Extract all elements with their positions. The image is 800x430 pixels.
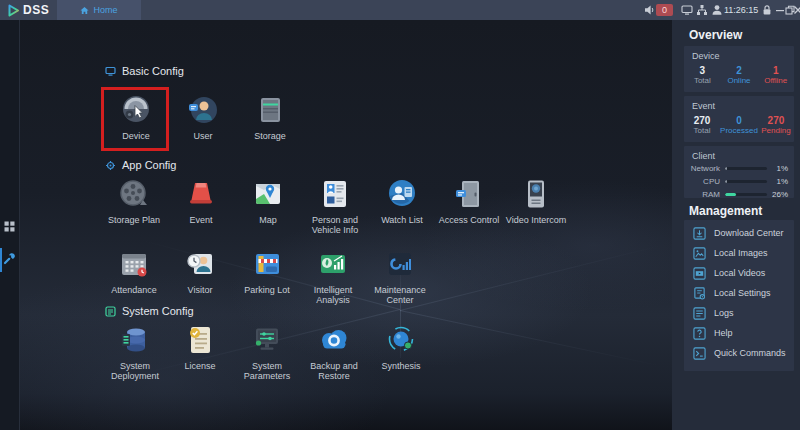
database-icon xyxy=(117,322,153,358)
management-title: Management xyxy=(689,204,762,218)
mgmt-item-download-center[interactable]: Download Center xyxy=(684,223,794,243)
app-tile-label: License xyxy=(167,361,233,371)
alarm-speaker-icon[interactable] xyxy=(644,4,656,16)
synthesis-orbit-icon xyxy=(383,322,419,358)
network-meter-bar xyxy=(725,167,767,170)
meter-ram: RAM 26% xyxy=(684,189,788,200)
right-panel: Overview Device 3 Total 2 Online 1 Offli… xyxy=(672,20,800,430)
backdrop-ray xyxy=(400,245,662,311)
apps-grid-icon[interactable] xyxy=(3,220,16,233)
cpu-meter-bar xyxy=(725,180,767,183)
mgmt-item-local-settings[interactable]: Local Settings xyxy=(684,283,794,303)
app-tile-license[interactable]: License xyxy=(167,322,233,371)
user-session-icon[interactable] xyxy=(711,4,723,16)
app-tile-watch-list[interactable]: Watch List xyxy=(369,176,435,225)
app-tile-video-intercom[interactable]: Video Intercom xyxy=(503,176,569,225)
app-tile-label: Event xyxy=(168,215,234,225)
client-monitor-icon[interactable] xyxy=(681,4,693,16)
mgmt-item-label: Local Images xyxy=(714,248,768,258)
dss-home-screen: DSS Home 0 11:26:15 xyxy=(0,0,800,430)
app-config-icon xyxy=(105,160,116,171)
mgmt-item-local-images[interactable]: Local Images xyxy=(684,243,794,263)
storage-server-icon xyxy=(252,92,288,128)
app-tile-intelligent-analysis[interactable]: Intelligent Analysis xyxy=(300,246,366,305)
stat-device-offline: 1 Offline xyxy=(757,65,794,86)
left-rail xyxy=(0,20,20,430)
section-header-app-config: App Config xyxy=(105,159,176,171)
maintenance-dashboard-icon xyxy=(382,246,418,282)
section-title: Basic Config xyxy=(122,65,184,77)
system-config-icon xyxy=(105,306,116,317)
app-tile-label: Intelligent Analysis xyxy=(300,285,366,305)
log-doc-icon xyxy=(693,307,706,320)
ram-meter-bar xyxy=(725,193,767,196)
access-door-icon xyxy=(451,176,487,212)
video-icon xyxy=(693,267,706,280)
overview-event-card: Event 270 Total 0 Processed 270 Pending xyxy=(684,96,794,142)
map-icon xyxy=(250,176,286,212)
tab-home-label: Home xyxy=(93,5,117,15)
mgmt-item-label: Quick Commands xyxy=(714,348,786,358)
mgmt-item-label: Local Settings xyxy=(714,288,771,298)
download-icon xyxy=(693,227,706,240)
app-tile-backup-restore[interactable]: Backup and Restore xyxy=(301,322,367,381)
section-title: App Config xyxy=(122,159,176,171)
overview-client-card: Client Network 1% CPU 1% RAM 26% xyxy=(684,146,794,198)
app-tile-label: Visitor xyxy=(167,285,233,295)
app-tile-label: Storage Plan xyxy=(101,215,167,225)
mgmt-item-help[interactable]: Help xyxy=(684,323,794,343)
person-vehicle-card-icon xyxy=(317,176,353,212)
management-card: Download Center Local Images Local Video… xyxy=(684,220,794,371)
section-title: System Config xyxy=(122,305,194,317)
meter-cpu: CPU 1% xyxy=(684,176,788,187)
app-tile-person-vehicle-info[interactable]: Person and Vehicle Info xyxy=(302,176,368,235)
watch-list-icon xyxy=(384,176,420,212)
analysis-chart-icon xyxy=(315,246,351,282)
app-tile-maintenance-center[interactable]: Maintenance Center xyxy=(367,246,433,305)
app-logo-text: DSS xyxy=(23,3,49,17)
parameters-monitor-icon xyxy=(249,322,285,358)
meter-network: Network 1% xyxy=(684,163,788,174)
app-tile-label: Maintenance Center xyxy=(367,285,433,305)
app-tile-label: Parking Lot xyxy=(234,285,300,295)
app-tile-map[interactable]: Map xyxy=(235,176,301,225)
app-tile-label: Backup and Restore xyxy=(301,361,367,381)
app-tile-storage-plan[interactable]: Storage Plan xyxy=(101,176,167,225)
card-title: Device xyxy=(684,46,794,61)
cloud-backup-icon xyxy=(316,322,352,358)
app-tile-label: System Parameters xyxy=(234,361,300,381)
backdrop-ray xyxy=(400,310,664,367)
film-reel-icon xyxy=(116,176,152,212)
app-tile-label: Attendance xyxy=(101,285,167,295)
alarm-siren-icon xyxy=(183,176,219,212)
app-tile-attendance[interactable]: Attendance xyxy=(101,246,167,295)
close-button[interactable] xyxy=(792,4,800,16)
stat-event-total: 270 Total xyxy=(684,115,720,136)
mgmt-item-local-videos[interactable]: Local Videos xyxy=(684,263,794,283)
stat-device-total: 3 Total xyxy=(684,65,721,86)
network-topology-icon[interactable] xyxy=(696,4,708,16)
annotation-highlight-box xyxy=(101,87,169,151)
config-wrench-icon[interactable] xyxy=(3,252,16,265)
app-tile-user[interactable]: User xyxy=(170,92,236,141)
card-title: Event xyxy=(684,96,794,111)
app-tile-access-control[interactable]: Access Control xyxy=(436,176,502,225)
app-tile-storage[interactable]: Storage xyxy=(237,92,303,141)
app-tile-system-parameters[interactable]: System Parameters xyxy=(234,322,300,381)
tab-home[interactable]: Home xyxy=(57,0,141,20)
app-tile-parking-lot[interactable]: Parking Lot xyxy=(234,246,300,295)
app-tile-synthesis[interactable]: Synthesis xyxy=(368,322,434,371)
app-tile-system-deployment[interactable]: System Deployment xyxy=(102,322,168,381)
app-tile-label: Access Control xyxy=(436,215,502,225)
app-tile-visitor[interactable]: Visitor xyxy=(167,246,233,295)
mgmt-item-quick-commands[interactable]: Quick Commands xyxy=(684,343,794,363)
mgmt-item-logs[interactable]: Logs xyxy=(684,303,794,323)
mgmt-item-label: Logs xyxy=(714,308,734,318)
image-icon xyxy=(693,247,706,260)
help-icon xyxy=(693,327,706,340)
lock-icon[interactable] xyxy=(761,4,773,16)
app-tile-event[interactable]: Event xyxy=(168,176,234,225)
app-tile-label: Person and Vehicle Info xyxy=(302,215,368,235)
titlebar: DSS Home 0 11:26:15 xyxy=(0,0,800,20)
alarm-count-badge[interactable]: 0 xyxy=(656,4,673,16)
